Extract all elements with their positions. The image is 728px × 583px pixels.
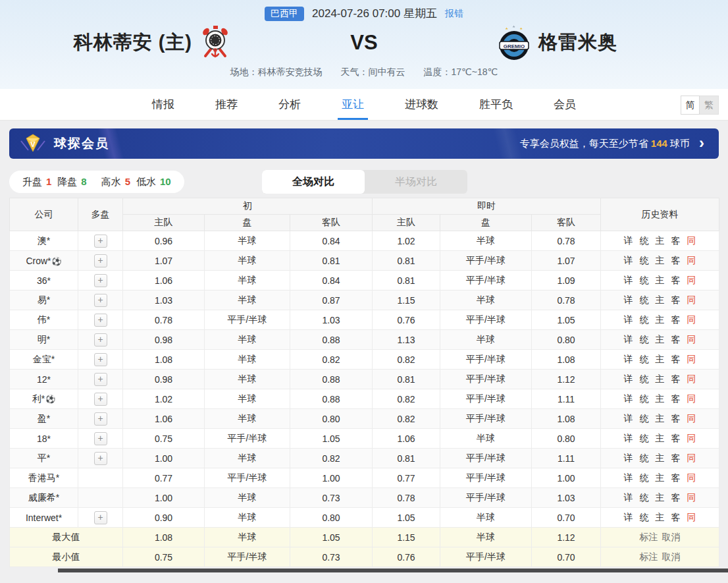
- history-link-away[interactable]: 客: [671, 413, 681, 424]
- history-link-away[interactable]: 客: [671, 433, 681, 443]
- history-link-home[interactable]: 主: [656, 492, 665, 503]
- history-link-same[interactable]: 同: [687, 334, 696, 345]
- nav-tab-情报[interactable]: 情报: [152, 89, 174, 120]
- history-link-home[interactable]: 主: [656, 294, 665, 305]
- history-link-home[interactable]: 主: [656, 314, 665, 325]
- history-link-away[interactable]: 客: [671, 374, 681, 384]
- nav-tab-会员[interactable]: 会员: [554, 89, 576, 120]
- history-link-detail[interactable]: 详: [624, 314, 633, 325]
- tab-half-match-compare[interactable]: 半场对比: [365, 170, 467, 194]
- history-link-away[interactable]: 客: [671, 512, 681, 522]
- history-link-same[interactable]: 同: [687, 492, 696, 503]
- history-link-same[interactable]: 同: [687, 374, 696, 384]
- expand-plus-button[interactable]: +: [94, 393, 107, 406]
- history-link-away[interactable]: 客: [671, 275, 681, 285]
- mark-link[interactable]: 标注: [640, 551, 658, 562]
- history-link-same[interactable]: 同: [687, 512, 696, 522]
- history-link-stats[interactable]: 统: [640, 453, 649, 463]
- history-link-detail[interactable]: 详: [624, 512, 633, 522]
- history-link-detail[interactable]: 详: [624, 472, 633, 483]
- cancel-link[interactable]: 取消: [662, 532, 681, 542]
- nav-tab-推荐[interactable]: 推荐: [215, 89, 238, 120]
- history-link-detail[interactable]: 详: [624, 275, 633, 285]
- expand-plus-button[interactable]: +: [94, 254, 107, 267]
- expand-plus-button[interactable]: +: [94, 294, 107, 307]
- history-link-away[interactable]: 客: [671, 255, 681, 265]
- expand-plus-button[interactable]: +: [94, 452, 107, 465]
- expand-plus-button[interactable]: +: [94, 314, 107, 327]
- history-link-home[interactable]: 主: [656, 255, 665, 265]
- history-link-same[interactable]: 同: [687, 255, 696, 265]
- history-link-detail[interactable]: 详: [624, 235, 633, 246]
- history-link-detail[interactable]: 详: [624, 354, 633, 364]
- history-link-stats[interactable]: 统: [640, 235, 649, 246]
- vip-banner[interactable]: V 球探会员 专享会员权益，每天至少节省 144 球币 ›: [9, 128, 719, 159]
- history-link-stats[interactable]: 统: [640, 334, 649, 345]
- history-link-home[interactable]: 主: [656, 453, 665, 463]
- history-link-stats[interactable]: 统: [640, 275, 649, 285]
- history-link-away[interactable]: 客: [671, 393, 681, 404]
- expand-plus-button[interactable]: +: [94, 333, 107, 347]
- history-link-same[interactable]: 同: [687, 314, 696, 325]
- history-link-same[interactable]: 同: [687, 354, 696, 364]
- history-link-detail[interactable]: 详: [624, 294, 633, 305]
- history-link-detail[interactable]: 详: [624, 393, 633, 404]
- history-link-detail[interactable]: 详: [624, 255, 633, 265]
- expand-plus-button[interactable]: +: [94, 373, 107, 386]
- league-badge[interactable]: 巴西甲: [265, 7, 304, 21]
- history-link-detail[interactable]: 详: [624, 334, 633, 345]
- history-link-away[interactable]: 客: [671, 472, 681, 483]
- history-link-home[interactable]: 主: [656, 235, 665, 246]
- history-link-stats[interactable]: 统: [640, 433, 649, 443]
- history-link-away[interactable]: 客: [671, 314, 681, 325]
- expand-plus-button[interactable]: +: [94, 412, 107, 426]
- history-link-stats[interactable]: 统: [640, 354, 649, 364]
- history-link-same[interactable]: 同: [687, 433, 696, 443]
- history-link-home[interactable]: 主: [656, 433, 665, 443]
- history-link-stats[interactable]: 统: [640, 512, 649, 522]
- history-link-away[interactable]: 客: [671, 294, 681, 305]
- history-link-home[interactable]: 主: [656, 512, 665, 522]
- report-error-link[interactable]: 报错: [445, 8, 463, 20]
- history-link-detail[interactable]: 详: [624, 433, 633, 443]
- history-link-home[interactable]: 主: [656, 354, 665, 364]
- history-link-stats[interactable]: 统: [640, 294, 649, 305]
- expand-plus-button[interactable]: +: [94, 274, 107, 287]
- history-link-home[interactable]: 主: [656, 393, 665, 404]
- history-link-same[interactable]: 同: [687, 235, 696, 246]
- expand-plus-button[interactable]: +: [94, 432, 107, 445]
- history-link-detail[interactable]: 详: [624, 492, 633, 503]
- cancel-link[interactable]: 取消: [662, 551, 681, 562]
- history-link-stats[interactable]: 统: [640, 492, 649, 503]
- expand-plus-button[interactable]: +: [94, 353, 107, 366]
- history-link-same[interactable]: 同: [687, 472, 696, 483]
- history-link-stats[interactable]: 统: [640, 374, 649, 384]
- history-link-same[interactable]: 同: [687, 275, 696, 285]
- history-link-away[interactable]: 客: [671, 235, 681, 246]
- history-link-stats[interactable]: 统: [640, 413, 649, 424]
- history-link-same[interactable]: 同: [687, 393, 696, 404]
- history-link-away[interactable]: 客: [671, 492, 681, 503]
- nav-tab-进球数[interactable]: 进球数: [405, 89, 438, 120]
- history-link-home[interactable]: 主: [656, 472, 665, 483]
- mark-link[interactable]: 标注: [640, 532, 658, 542]
- nav-tab-亚让[interactable]: 亚让: [342, 89, 364, 120]
- nav-tab-胜平负[interactable]: 胜平负: [479, 89, 513, 120]
- history-link-away[interactable]: 客: [671, 453, 681, 463]
- nav-tab-分析[interactable]: 分析: [278, 89, 301, 120]
- history-link-same[interactable]: 同: [687, 453, 696, 463]
- history-link-home[interactable]: 主: [656, 374, 665, 384]
- history-link-stats[interactable]: 统: [640, 255, 649, 265]
- history-link-stats[interactable]: 统: [640, 393, 649, 404]
- expand-plus-button[interactable]: +: [94, 511, 107, 524]
- history-link-detail[interactable]: 详: [624, 413, 633, 424]
- lang-traditional-button[interactable]: 繁: [700, 96, 719, 115]
- lang-simplified-button[interactable]: 简: [681, 96, 700, 115]
- history-link-stats[interactable]: 统: [640, 472, 649, 483]
- history-link-same[interactable]: 同: [687, 294, 696, 305]
- history-link-detail[interactable]: 详: [624, 453, 633, 463]
- tab-full-match-compare[interactable]: 全场对比: [262, 170, 365, 194]
- history-link-same[interactable]: 同: [687, 413, 696, 424]
- history-link-home[interactable]: 主: [656, 275, 665, 285]
- history-link-home[interactable]: 主: [656, 334, 665, 345]
